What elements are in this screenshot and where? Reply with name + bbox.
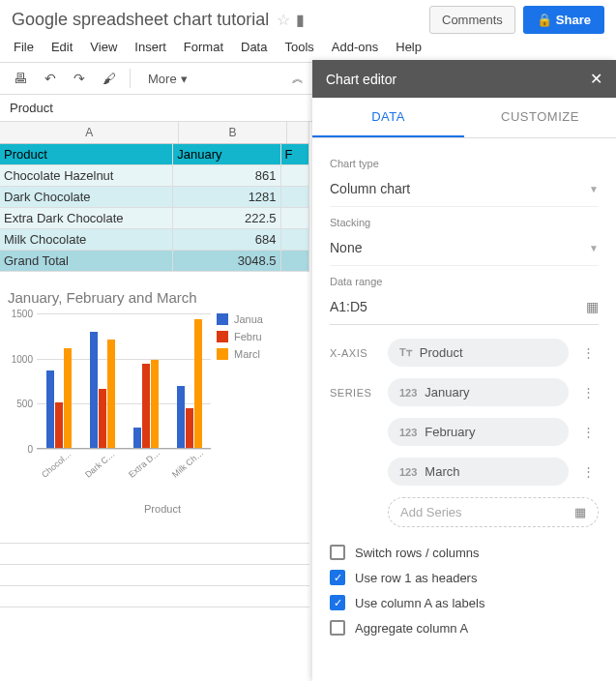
checkbox-icon[interactable] (330, 620, 345, 636)
table-row: Dark Chocolate 1281 (0, 187, 309, 208)
menu-tools[interactable]: Tools (284, 40, 313, 54)
check-switch-rows[interactable]: Switch rows / columns (330, 545, 599, 560)
legend-swatch (217, 313, 228, 325)
header-cell-c[interactable]: F (281, 144, 309, 164)
x-tick-label: Chocolate... (40, 447, 75, 479)
collapse-toolbar-icon[interactable]: ︽ (292, 71, 304, 87)
stacking-select[interactable]: None ▼ (330, 234, 599, 266)
col-header-c[interactable] (287, 122, 309, 143)
share-button[interactable]: 🔒Share (523, 6, 604, 34)
cell-total-value[interactable]: 3048.5 (173, 251, 280, 271)
star-icon[interactable]: ☆ (277, 11, 290, 29)
menu-edit[interactable]: Edit (51, 40, 73, 54)
series-pill[interactable]: 123 March (388, 458, 569, 486)
bar (194, 319, 202, 448)
chart-type-select[interactable]: Column chart ▼ (330, 175, 599, 207)
bar-group (42, 348, 76, 448)
more-icon[interactable]: ⋮ (578, 385, 599, 400)
menu-format[interactable]: Format (184, 40, 223, 54)
col-header-a[interactable]: A (0, 122, 179, 143)
check-aggregate-colA[interactable]: Aggregate column A (330, 620, 599, 636)
header-cell-product[interactable]: Product (0, 144, 173, 164)
legend-label: Marcl (234, 348, 260, 360)
y-tick: 1000 (12, 353, 33, 364)
cell-value[interactable]: 1281 (173, 187, 280, 207)
more-icon[interactable]: ⋮ (578, 464, 599, 479)
cell-value[interactable]: 684 (173, 229, 280, 250)
y-tick: 500 (16, 399, 33, 409)
series-name: February (425, 425, 475, 439)
xaxis-pill[interactable]: Tᴛ Product (388, 339, 569, 367)
checkbox-icon[interactable]: ✓ (330, 570, 345, 585)
x-tick-label: Dark Choc... (83, 447, 119, 479)
tab-customize[interactable]: CUSTOMIZE (464, 98, 616, 137)
empty-row[interactable] (0, 565, 309, 586)
close-icon[interactable]: ✕ (590, 70, 602, 88)
check-label: Aggregate column A (355, 621, 468, 636)
tab-data[interactable]: DATA (312, 98, 464, 137)
embedded-chart[interactable]: January, February and March 050010001500… (4, 285, 302, 518)
menu-view[interactable]: View (90, 40, 117, 54)
series-pill[interactable]: 123 February (388, 418, 569, 446)
series-pill[interactable]: 123 January (388, 378, 569, 406)
cell-product[interactable]: Milk Chocolate (0, 229, 173, 250)
chart-type-label: Chart type (330, 158, 599, 169)
add-series-button[interactable]: Add Series ▦ (388, 497, 599, 527)
chart-type-value: Column chart (330, 181, 410, 196)
redo-icon[interactable]: ↷ (70, 67, 89, 90)
empty-row[interactable] (0, 544, 309, 565)
cell-value[interactable]: 861 (173, 165, 280, 186)
check-colA-labels[interactable]: ✓ Use column A as labels (330, 595, 599, 610)
menu-addons[interactable]: Add-ons (332, 40, 378, 54)
checkbox-icon[interactable]: ✓ (330, 595, 345, 610)
series-name: January (425, 385, 469, 400)
data-range-input[interactable]: A1:D5 ▦ (330, 293, 599, 325)
stacking-label: Stacking (330, 217, 599, 228)
folder-icon[interactable]: ▮ (296, 11, 305, 29)
menu-help[interactable]: Help (396, 40, 422, 54)
cell-c[interactable] (281, 208, 309, 228)
empty-row[interactable] (0, 522, 309, 544)
cell-c[interactable] (281, 187, 309, 207)
cell-c[interactable] (281, 165, 309, 186)
paint-format-icon[interactable]: 🖌 (99, 67, 120, 90)
x-tick-label: Extra Dark... (127, 447, 162, 479)
cell-total-label[interactable]: Grand Total (0, 251, 173, 271)
cell-product[interactable]: Chocolate Hazelnut (0, 165, 173, 186)
grid-select-icon[interactable]: ▦ (586, 299, 599, 314)
series-label: SERIES (330, 387, 378, 399)
legend-item: Febru (217, 331, 263, 342)
chart-editor-title: Chart editor (326, 72, 396, 87)
print-icon[interactable]: 🖶 (10, 67, 31, 90)
cell-value[interactable]: 222.5 (173, 208, 280, 228)
menu-insert[interactable]: Insert (134, 40, 166, 54)
bar (151, 360, 159, 448)
number-type-icon: 123 (399, 427, 417, 438)
toolbar-more[interactable]: More ▾ (140, 68, 195, 90)
bar (186, 408, 193, 448)
more-icon[interactable]: ⋮ (578, 345, 599, 360)
toolbar-more-label: More (148, 72, 177, 86)
more-icon[interactable]: ⋮ (578, 425, 599, 439)
header-cell-january[interactable]: January (173, 144, 280, 164)
comments-button[interactable]: Comments (429, 6, 515, 34)
number-type-icon: 123 (399, 466, 417, 478)
cell-product[interactable]: Dark Chocolate (0, 187, 173, 207)
col-header-b[interactable]: B (179, 122, 287, 143)
series-name: March (425, 464, 459, 479)
empty-row[interactable] (0, 586, 309, 607)
data-range-value: A1:D5 (330, 299, 367, 314)
cell-c[interactable] (281, 251, 309, 271)
checkbox-icon[interactable] (330, 545, 345, 560)
menu-data[interactable]: Data (241, 40, 267, 54)
check-label: Use column A as labels (355, 596, 484, 610)
cell-c[interactable] (281, 229, 309, 250)
bar (107, 340, 115, 448)
bar-group (172, 319, 207, 448)
doc-title[interactable]: Google spreadsheet chart tutorial (12, 10, 269, 30)
check-row1-headers[interactable]: ✓ Use row 1 as headers (330, 570, 599, 585)
undo-icon[interactable]: ↶ (41, 67, 60, 90)
cell-product[interactable]: Extra Dark Chocolate (0, 208, 173, 228)
menu-file[interactable]: File (14, 40, 34, 54)
bar (99, 389, 106, 448)
